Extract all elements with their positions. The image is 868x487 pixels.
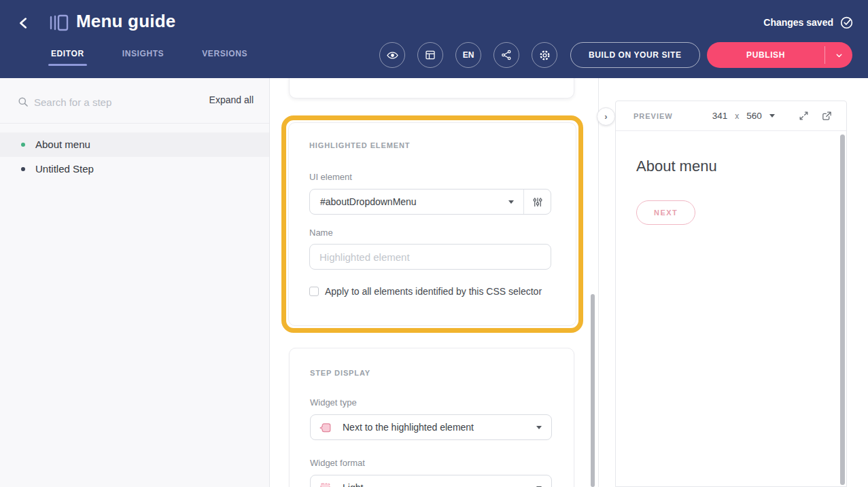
preview-step-title: About menu: [636, 158, 826, 175]
collapse-preview-button[interactable]: ›: [597, 107, 615, 126]
element-picker-settings-button[interactable]: [524, 190, 551, 214]
step-editor-panel: HIGHLIGHTED ELEMENT UI element #aboutDro…: [270, 78, 599, 487]
check-circle-icon: [839, 15, 854, 30]
expand-preview-button[interactable]: [798, 110, 810, 122]
step-status-dot: [21, 143, 25, 147]
chevron-down-icon: [769, 114, 775, 118]
step-display-card: STEP DISPLAY Widget type Next to the hig…: [289, 348, 574, 487]
widget-type-value: Next to the highlighted element: [343, 422, 536, 433]
app-header: Menu guide Changes saved EDITOR INSIGHTS…: [0, 0, 868, 78]
save-status-text: Changes saved: [763, 17, 833, 28]
section-title: HIGHLIGHTED ELEMENT: [309, 141, 411, 149]
expand-diagonal-icon: [798, 110, 810, 122]
highlighted-element-card: HIGHLIGHTED ELEMENT UI element #aboutDro…: [288, 122, 576, 326]
name-label: Name: [309, 228, 333, 238]
back-button[interactable]: [16, 13, 37, 33]
widget-type-select[interactable]: Next to the highlighted element: [310, 414, 552, 440]
highlighted-element-outline: HIGHLIGHTED ELEMENT UI element #aboutDro…: [281, 115, 583, 333]
next-button[interactable]: NEXT: [636, 200, 695, 225]
publish-split-button: PUBLISH: [707, 42, 852, 68]
step-item-label: About menu: [35, 139, 90, 150]
viewport-width: 341: [712, 111, 728, 121]
language-button[interactable]: EN: [455, 42, 481, 68]
widget-format-select[interactable]: Light: [310, 475, 552, 487]
editor-scrollbar-thumb[interactable]: [591, 294, 595, 487]
step-list: About menu Untitled Step: [0, 124, 269, 181]
publish-dropdown-button[interactable]: [825, 42, 852, 68]
settings-button[interactable]: [532, 42, 557, 68]
previous-settings-card: [289, 78, 574, 98]
header-toolbar: EN: [379, 42, 557, 68]
gear-icon: [538, 49, 551, 62]
publish-button[interactable]: PUBLISH: [707, 42, 824, 68]
back-chevron-icon: [16, 16, 37, 31]
preview-actions: [798, 110, 833, 122]
preview-scrollbar-thumb[interactable]: [840, 134, 845, 485]
viewport-height: 560: [746, 111, 762, 121]
tab-versions[interactable]: VERSIONS: [201, 49, 249, 68]
chevron-down-icon: [508, 200, 514, 204]
guide-logo-icon: [48, 12, 69, 33]
external-link-icon: [821, 110, 833, 122]
widget-type-label: Widget type: [310, 397, 357, 408]
dimension-separator: x: [735, 111, 739, 121]
share-button[interactable]: [493, 42, 519, 68]
preview-card: PREVIEW 341 x 560: [615, 101, 847, 487]
widget-format-value: Light: [343, 482, 536, 487]
widget-format-label: Widget format: [310, 458, 365, 468]
section-title: STEP DISPLAY: [310, 369, 370, 377]
step-search-row: Expand all: [0, 78, 269, 124]
share-icon: [500, 49, 513, 61]
preview-title: PREVIEW: [633, 112, 673, 120]
ui-element-value: #aboutDropdownMenu: [320, 196, 508, 207]
sliders-icon: [532, 196, 544, 208]
expand-all-button[interactable]: Expand all: [209, 94, 254, 105]
chevron-right-icon: ›: [604, 111, 607, 122]
viewport-size-select[interactable]: 341 x 560: [712, 111, 775, 121]
language-badge: EN: [463, 50, 474, 60]
apply-all-checkbox[interactable]: [309, 287, 319, 296]
page-title: Menu guide: [76, 11, 175, 32]
step-item-untitled-step[interactable]: Untitled Step: [0, 157, 269, 181]
ui-element-select[interactable]: #aboutDropdownMenu: [310, 190, 523, 214]
preview-panel: › PREVIEW 341 x 560: [599, 78, 868, 487]
widget-format-icon: [319, 482, 332, 487]
content-area: Expand all About menu Untitled Step HIGH…: [0, 78, 868, 487]
apply-all-checkbox-row[interactable]: Apply to all elements identified by this…: [309, 286, 542, 297]
tab-editor[interactable]: EDITOR: [50, 49, 86, 68]
step-item-label: Untitled Step: [35, 163, 94, 175]
steps-sidebar: Expand all About menu Untitled Step: [0, 78, 270, 487]
name-input[interactable]: [309, 244, 551, 270]
build-on-your-site-button[interactable]: BUILD ON YOUR SITE: [570, 42, 700, 68]
chevron-down-icon: [536, 426, 542, 429]
tab-insights[interactable]: INSIGHTS: [121, 49, 165, 68]
layout-button[interactable]: [417, 42, 443, 68]
eye-icon: [386, 49, 399, 62]
chevron-down-icon: [835, 51, 844, 60]
apply-all-label: Apply to all elements identified by this…: [325, 286, 542, 297]
preview-header: PREVIEW 341 x 560: [616, 101, 846, 131]
search-icon: [18, 96, 29, 108]
save-status: Changes saved: [763, 15, 854, 30]
preview-eye-button[interactable]: [379, 42, 405, 68]
open-in-new-tab-button[interactable]: [821, 110, 833, 122]
preview-viewport: About menu NEXT: [616, 131, 846, 225]
step-status-dot: [21, 167, 25, 171]
window-layout-icon: [424, 49, 436, 61]
ui-element-label: UI element: [309, 172, 352, 182]
tooltip-bubble-icon: [319, 421, 332, 434]
search-input[interactable]: [34, 93, 163, 111]
ui-element-select-group: #aboutDropdownMenu: [309, 189, 551, 215]
step-item-about-menu[interactable]: About menu: [0, 132, 269, 157]
editor-tabs: EDITOR INSIGHTS VERSIONS: [50, 49, 249, 68]
